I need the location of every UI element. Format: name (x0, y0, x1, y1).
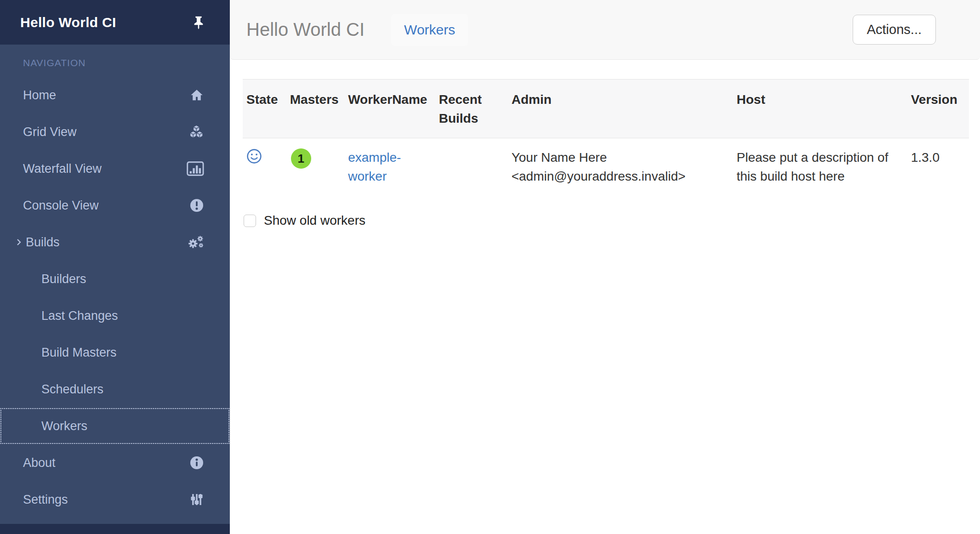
sidebar-item-home[interactable]: Home (0, 77, 230, 114)
bar-chart-icon (186, 161, 204, 176)
workers-table: State Masters WorkerName Recent Builds A… (243, 79, 969, 198)
sidebar-item-last-changes[interactable]: Last Changes (0, 297, 230, 334)
info-circle-icon (186, 455, 204, 470)
home-icon (186, 88, 204, 102)
col-header-host: Host (733, 80, 907, 138)
workers-content: State Masters WorkerName Recent Builds A… (230, 60, 980, 228)
worker-row: 1 example-worker Your Name Here <admin@y… (243, 138, 969, 198)
sidebar-item-build-masters[interactable]: Build Masters (0, 334, 230, 371)
col-header-admin: Admin (508, 80, 733, 138)
nav-section-label: NAVIGATION (0, 45, 230, 77)
worker-state-cell (243, 138, 286, 198)
main-area: Hello World CI Workers Actions... State … (230, 0, 980, 534)
chevron-right-icon (14, 237, 24, 247)
tab-workers[interactable]: Workers (391, 14, 468, 46)
sidebar-nav: Home Grid View Waterfall View (0, 77, 230, 518)
worker-admin-cell: Your Name Here <admin@youraddress.invali… (508, 138, 733, 198)
top-navbar: Hello World CI Workers Actions... (230, 0, 980, 60)
app-title: Hello World CI (20, 15, 191, 30)
smiley-face-icon (246, 148, 262, 164)
pin-sidebar-icon[interactable] (191, 15, 206, 30)
show-old-workers-control[interactable]: Show old workers (244, 213, 969, 228)
sidebar-item-waterfall-view[interactable]: Waterfall View (0, 150, 230, 187)
worker-name-cell: example-worker (344, 138, 435, 198)
sidebar-item-settings[interactable]: Settings (0, 481, 230, 518)
sidebar-item-builds[interactable]: Builds (0, 224, 230, 261)
actions-button[interactable]: Actions... (853, 15, 936, 45)
sidebar-item-about[interactable]: About (0, 444, 230, 481)
sidebar-item-workers[interactable]: Workers (0, 408, 230, 444)
sidebar-item-console-view[interactable]: Console View (0, 187, 230, 224)
sliders-icon (186, 492, 204, 507)
sidebar-item-schedulers[interactable]: Schedulers (0, 371, 230, 408)
page-title: Hello World CI (246, 19, 365, 40)
sidebar-header: Hello World CI (0, 0, 230, 45)
show-old-workers-label: Show old workers (264, 213, 365, 228)
table-header-row: State Masters WorkerName Recent Builds A… (243, 80, 969, 138)
worker-host-cell: Please put a description of this build h… (733, 138, 907, 198)
exclamation-circle-icon (186, 198, 204, 213)
worker-version-cell: 1.3.0 (907, 138, 969, 198)
sidebar-footer (0, 524, 230, 534)
masters-count-badge: 1 (291, 148, 311, 169)
sidebar: Hello World CI NAVIGATION Home Grid View (0, 0, 230, 534)
col-header-recent-builds: Recent Builds (435, 80, 508, 138)
cubes-icon (186, 125, 204, 139)
worker-link[interactable]: example-worker (348, 150, 401, 183)
app-window: Hello World CI NAVIGATION Home Grid View (0, 0, 980, 534)
sidebar-item-builders[interactable]: Builders (0, 261, 230, 297)
col-header-masters: Masters (286, 80, 344, 138)
col-header-version: Version (907, 80, 969, 138)
col-header-workername: WorkerName (344, 80, 435, 138)
worker-masters-cell: 1 (286, 138, 344, 198)
sidebar-item-grid-view[interactable]: Grid View (0, 114, 230, 150)
recent-builds-cell (435, 138, 508, 198)
show-old-workers-checkbox[interactable] (244, 215, 256, 227)
gears-icon (186, 235, 204, 250)
col-header-state: State (243, 80, 286, 138)
